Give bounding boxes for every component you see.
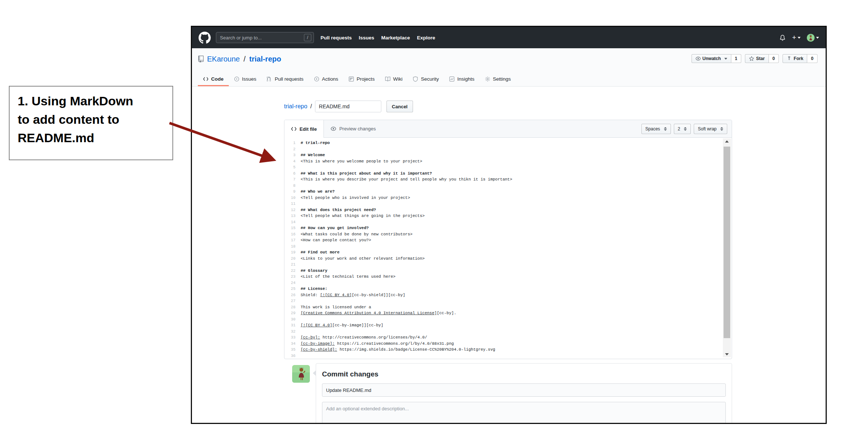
- star-button-group: Star0: [745, 54, 779, 63]
- code-line: 1# trial-repo: [284, 140, 732, 146]
- repo-tab-wiki[interactable]: Wiki: [380, 73, 408, 86]
- code-line: 19## Find out more: [284, 249, 732, 256]
- line-number: 12: [284, 207, 301, 213]
- nav-link-explore[interactable]: Explore: [417, 35, 435, 41]
- file-editor: Edit file Preview changes Spaces2Soft wr…: [284, 120, 732, 359]
- repo-tabs: CodeIssuesPull requestsActionsProjectsWi…: [198, 73, 516, 86]
- repo-tab-issues[interactable]: Issues: [229, 73, 262, 86]
- tab-edit-file[interactable]: Edit file: [284, 120, 324, 138]
- bell-icon[interactable]: [779, 34, 786, 41]
- repo-tab-security[interactable]: Security: [407, 73, 444, 86]
- filename-input[interactable]: [315, 101, 381, 112]
- line-content: ## Who we are?: [301, 189, 335, 195]
- search-input[interactable]: Search or jump to... /: [216, 32, 314, 43]
- line-content: [301, 146, 303, 152]
- line-content: ## Glossary: [301, 268, 328, 274]
- commit-title: Commit changes: [322, 370, 726, 378]
- nav-link-issues[interactable]: Issues: [359, 35, 374, 41]
- code-line: 27: [284, 298, 732, 304]
- code-line: 10<Tell people who is involved in your p…: [284, 195, 732, 201]
- editor-select-spaces[interactable]: Spaces: [641, 124, 671, 134]
- line-content: [301, 164, 303, 171]
- repo-tab-code[interactable]: Code: [198, 73, 229, 86]
- repo-actions: Unwatch1Star0Fork0: [692, 54, 818, 63]
- line-content: # trial-repo: [301, 140, 330, 146]
- eye-icon: [330, 126, 336, 131]
- line-number: 36: [284, 353, 301, 359]
- repo-separator: /: [243, 55, 246, 63]
- line-number: 9: [284, 189, 301, 195]
- star-count[interactable]: 0: [769, 54, 779, 63]
- unwatch-count[interactable]: 1: [731, 54, 742, 63]
- line-content: <Links to your work and other relevant i…: [301, 256, 425, 262]
- editor-select-soft-wrap[interactable]: Soft wrap: [694, 124, 727, 134]
- repo-tab-insights[interactable]: Insights: [444, 73, 480, 86]
- line-content: [301, 316, 303, 323]
- line-number: 24: [284, 280, 301, 286]
- updown-arrows-icon: [684, 127, 687, 131]
- line-content: [cc-by]: http://creativecommons.org/lice…: [301, 334, 427, 341]
- code-line: 24: [284, 280, 732, 286]
- scroll-down-arrow[interactable]: [723, 351, 731, 357]
- user-menu[interactable]: [807, 34, 819, 42]
- cancel-button[interactable]: Cancel: [386, 101, 413, 112]
- fork-count[interactable]: 0: [807, 54, 818, 63]
- line-number: 10: [284, 195, 301, 201]
- repo-tab-pull-requests[interactable]: Pull requests: [262, 73, 309, 86]
- code-line: 22## Glossary: [284, 268, 732, 274]
- unwatch-button[interactable]: Unwatch: [692, 54, 731, 63]
- nav-link-pull-requests[interactable]: Pull requests: [321, 35, 352, 41]
- caret-down-icon: [816, 37, 819, 39]
- code-icon: [203, 76, 209, 82]
- line-content: ## Find out more: [301, 249, 340, 256]
- line-content: [301, 280, 303, 286]
- github-logo-icon[interactable]: [199, 32, 211, 44]
- line-content: <What tasks could be done by new contrib…: [301, 231, 413, 238]
- line-content: <How can people contact you?>: [301, 237, 371, 243]
- issue-icon: [234, 76, 239, 82]
- code-line: 6## What is this project about and why i…: [284, 171, 732, 177]
- repo-name-link[interactable]: trial-repo: [249, 55, 281, 63]
- repo-tab-settings[interactable]: Settings: [480, 73, 516, 86]
- line-number: 17: [284, 237, 301, 243]
- line-content: <This is where you welcome people to you…: [301, 158, 422, 165]
- code-editor-area[interactable]: 1# trial-repo2 3## Welcome4<This is wher…: [284, 138, 732, 359]
- fork-button[interactable]: Fork: [783, 54, 807, 63]
- line-content: [301, 329, 303, 335]
- code-icon: [291, 127, 297, 131]
- code-line: 34[cc-by-image]: https://i.creativecommo…: [284, 341, 732, 347]
- line-number: 6: [284, 171, 301, 177]
- editor-select-2[interactable]: 2: [674, 124, 691, 134]
- nav-link-marketplace[interactable]: Marketplace: [381, 35, 410, 41]
- scroll-up-arrow[interactable]: [723, 138, 731, 144]
- line-number: 21: [284, 262, 301, 268]
- editor-header: Edit file Preview changes Spaces2Soft wr…: [284, 120, 732, 138]
- tab-preview-changes[interactable]: Preview changes: [324, 120, 382, 137]
- star-button[interactable]: Star: [745, 54, 769, 63]
- line-number: 8: [284, 183, 301, 189]
- line-number: 22: [284, 268, 301, 274]
- code-line: 14: [284, 219, 732, 225]
- editor-scrollbar[interactable]: [723, 138, 731, 357]
- fork-icon: [787, 56, 792, 61]
- line-number: 11: [284, 201, 301, 207]
- create-new-menu[interactable]: +: [792, 34, 801, 42]
- commit-description-textarea[interactable]: [322, 402, 726, 424]
- repo-tab-projects[interactable]: Projects: [343, 73, 380, 86]
- line-content: [Creative Commons Attribution 4.0 Intern…: [301, 310, 456, 316]
- repo-tab-actions[interactable]: Actions: [309, 73, 343, 86]
- scrollbar-thumb[interactable]: [724, 147, 730, 338]
- line-content: [301, 201, 303, 207]
- line-content: ## What is this project about and why it…: [301, 171, 432, 177]
- repo-owner-link[interactable]: EKaroune: [207, 55, 240, 63]
- breadcrumb-repo-link[interactable]: trial-repo: [284, 103, 307, 110]
- line-number: 26: [284, 292, 301, 298]
- commit-message-input[interactable]: [322, 383, 726, 397]
- book-icon: [385, 76, 391, 82]
- play-icon: [314, 76, 319, 82]
- code-line: 9## Who we are?: [284, 189, 732, 195]
- line-content: Shield: [![CC BY 4.0][cc-by-shield]][cc-…: [301, 292, 405, 298]
- line-number: 28: [284, 304, 301, 311]
- slash-key-hint: /: [304, 34, 311, 41]
- line-content: [301, 219, 303, 225]
